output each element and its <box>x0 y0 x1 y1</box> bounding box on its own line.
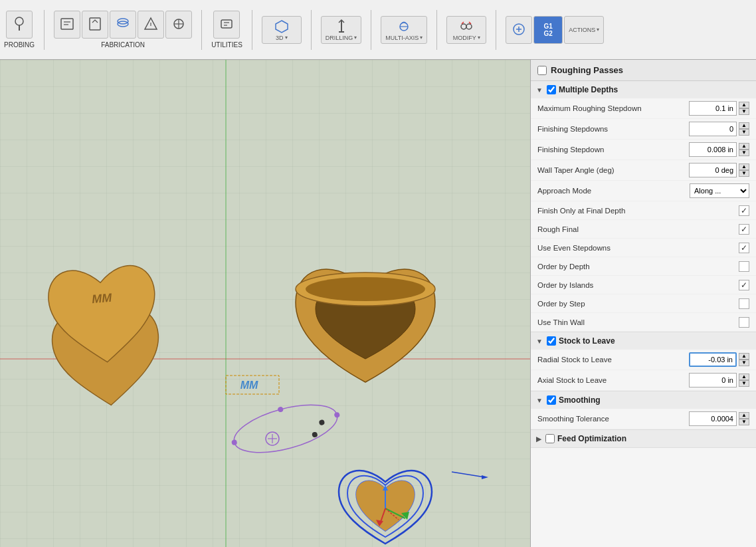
wall-taper-control: ▲ ▼ <box>689 163 749 177</box>
finishing-stepdowns-input[interactable] <box>689 122 737 136</box>
wall-taper-down[interactable]: ▼ <box>739 170 749 177</box>
section-feed-header[interactable]: ▶ Feed Optimization <box>531 430 756 447</box>
form-row-max-roughing: Maximum Roughing Stepdown ▲ ▼ <box>531 98 756 119</box>
wall-taper-spinner: ▲ ▼ <box>739 164 749 177</box>
section-multiple-depths-header[interactable]: ▼ Multiple Depths <box>531 81 756 98</box>
rough-final-label: Rough Final <box>537 225 739 233</box>
drilling-btn[interactable]: DRILLING ▾ <box>321 16 362 44</box>
toolbar-group-drilling: DRILLING ▾ <box>321 16 362 44</box>
order-step-control <box>739 298 749 309</box>
fab-btn-1[interactable] <box>54 11 80 39</box>
order-islands-checkbox[interactable] <box>739 280 749 290</box>
axial-stock-label: Axial Stock to Leave <box>537 376 689 384</box>
form-row-finish-final: Finish Only at Final Depth <box>531 201 756 220</box>
order-islands-label: Order by Islands <box>537 281 739 289</box>
svg-rect-2 <box>61 19 73 29</box>
feed-optimization-checkbox[interactable] <box>545 434 555 443</box>
radial-stock-down[interactable]: ▼ <box>739 360 749 366</box>
toolbar: PROBING FABRICATION <box>0 0 756 60</box>
section-triangle: ▼ <box>536 86 543 94</box>
3d-dropdown-arrow: ▾ <box>285 35 288 41</box>
util-btn-1[interactable] <box>213 11 240 39</box>
finishing-stepdowns-down[interactable]: ▼ <box>739 129 749 136</box>
finishing-stepdown-spinner: ▲ ▼ <box>739 143 749 156</box>
multiaxis-label: MULTI-AXIS <box>385 35 419 41</box>
section-stock-header[interactable]: ▼ Stock to Leave <box>531 332 756 350</box>
rough-final-control <box>739 224 749 235</box>
svg-point-33 <box>306 277 425 301</box>
thin-wall-checkbox[interactable] <box>739 317 749 328</box>
viewport[interactable]: MM MM <box>0 60 530 547</box>
finishing-stepdowns-control: ▲ ▼ <box>689 122 749 136</box>
approach-mode-select[interactable]: Along ... Vertical Ramp <box>690 183 749 198</box>
right-panel: Roughing Passes ▼ Multiple Depths Maximu… <box>530 60 756 547</box>
finishing-stepdown-input[interactable] <box>689 142 737 157</box>
form-row-axial-stock: Axial Stock to Leave ▲ ▼ <box>531 370 756 391</box>
axial-stock-up[interactable]: ▲ <box>739 374 749 380</box>
axial-stock-down[interactable]: ▼ <box>739 380 749 387</box>
rough-final-checkbox[interactable] <box>739 224 749 235</box>
multiple-depths-checkbox[interactable] <box>547 85 556 94</box>
wall-taper-input[interactable] <box>689 163 737 177</box>
toolbar-group-probing: PROBING <box>4 11 35 49</box>
approach-mode-control: Along ... Vertical Ramp <box>690 183 749 198</box>
main-area: MM MM <box>0 60 756 547</box>
smoothing-tolerance-label: Smoothing Tolerance <box>537 415 689 423</box>
finishing-stepdowns-up[interactable]: ▲ <box>739 122 749 129</box>
max-roughing-spinner: ▲ ▼ <box>739 102 749 115</box>
divider-4 <box>311 10 312 50</box>
finishing-stepdown-up[interactable]: ▲ <box>739 143 749 150</box>
finish-final-label: Finish Only at Final Depth <box>537 207 739 215</box>
order-depth-checkbox[interactable] <box>739 261 749 272</box>
axial-stock-input[interactable] <box>689 373 737 387</box>
form-row-order-depth: Order by Depth <box>531 257 756 276</box>
even-stepdowns-control <box>739 243 749 253</box>
radial-stock-input[interactable] <box>689 352 737 367</box>
roughing-passes-checkbox[interactable] <box>537 66 547 75</box>
form-row-approach-mode: Approach Mode Along ... Vertical Ramp <box>531 181 756 201</box>
modify-label: MODIFY <box>453 35 476 41</box>
max-roughing-input[interactable] <box>689 101 737 116</box>
even-stepdowns-checkbox[interactable] <box>739 243 749 253</box>
fab-btn-3[interactable] <box>110 11 136 39</box>
section-smoothing-header[interactable]: ▼ Smoothing <box>531 391 756 409</box>
order-depth-label: Order by Depth <box>537 263 739 271</box>
fab-btn-5[interactable] <box>165 11 192 39</box>
finish-final-checkbox[interactable] <box>739 205 749 216</box>
multiaxis-btn[interactable]: MULTI-AXIS ▾ <box>381 16 427 44</box>
finish-final-control <box>739 205 749 216</box>
form-row-order-islands: Order by Islands <box>531 276 756 294</box>
toolbar-group-actions: G1G2 ACTIONS ▾ <box>506 16 604 44</box>
fab-btn-4[interactable] <box>138 11 164 39</box>
wall-taper-up[interactable]: ▲ <box>739 164 749 170</box>
actions-btn-1[interactable] <box>506 16 532 44</box>
smoothing-tolerance-input[interactable] <box>689 411 737 426</box>
svg-text:MM: MM <box>240 380 258 391</box>
modify-btn[interactable]: MODIFY ▾ <box>446 16 486 44</box>
toolbar-group-fabrication: FABRICATION <box>54 11 192 49</box>
fab-btn-2[interactable] <box>82 11 108 39</box>
stock-to-leave-checkbox[interactable] <box>547 336 556 346</box>
smoothing-tolerance-control: ▲ ▼ <box>689 411 749 426</box>
axial-stock-spinner: ▲ ▼ <box>739 374 749 387</box>
radial-stock-up[interactable]: ▲ <box>739 353 749 360</box>
smoothing-tolerance-up[interactable]: ▲ <box>739 412 749 419</box>
svg-text:MM: MM <box>91 291 113 306</box>
divider-5 <box>371 10 371 50</box>
smoothing-checkbox[interactable] <box>547 395 556 405</box>
radial-stock-label: Radial Stock to Leave <box>537 356 689 364</box>
smoothing-tolerance-down[interactable]: ▼ <box>739 419 749 425</box>
max-roughing-up[interactable]: ▲ <box>739 102 749 108</box>
order-step-checkbox[interactable] <box>739 298 749 309</box>
finishing-stepdown-down[interactable]: ▼ <box>739 150 749 156</box>
actions-btn-g1g2[interactable]: G1G2 <box>533 16 563 44</box>
section-feed-triangle: ▶ <box>536 435 541 443</box>
actions-dropdown-btn[interactable]: ACTIONS ▾ <box>564 16 604 44</box>
max-roughing-down[interactable]: ▼ <box>739 108 749 115</box>
3d-btn[interactable]: 3D ▾ <box>262 16 302 44</box>
panel-title: Roughing Passes <box>551 65 623 75</box>
svg-point-21 <box>466 24 472 29</box>
probing-btn-1[interactable] <box>6 11 33 39</box>
radial-stock-spinner: ▲ ▼ <box>739 353 749 366</box>
approach-mode-label: Approach Mode <box>537 187 690 195</box>
